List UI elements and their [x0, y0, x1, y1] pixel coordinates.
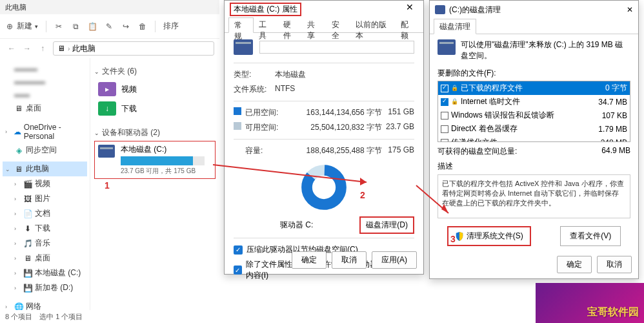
annotation-3: 3	[450, 234, 456, 244]
sort-button[interactable]: 排序	[163, 21, 179, 32]
dialog-title: (C:)的磁盘清理	[449, 5, 501, 16]
annotation-2: 2	[360, 190, 365, 200]
tree-onedrive[interactable]: ›☁OneDrive - Personal	[3, 121, 87, 143]
tab-sharing[interactable]: 共享	[302, 17, 326, 32]
tree-videos[interactable]: ›🎬视频	[3, 176, 87, 191]
checkbox-icon[interactable]	[441, 98, 448, 106]
used-gb: 151 GB	[382, 107, 414, 118]
total-value: 64.9 MB	[601, 146, 630, 157]
tab-quota[interactable]: 配额	[396, 17, 419, 32]
drive-icon: 💾	[23, 269, 32, 278]
music-icon: 🎵	[23, 239, 32, 248]
navigation-tree: ▬▬▬ ▬▬▬▬ ▬▬ 🖥桌面 ›☁OneDrive - Personal ◈同…	[0, 58, 90, 310]
type-label: 类型:	[234, 69, 275, 80]
drive-c-item[interactable]: 本地磁盘 (C:) 23.7 GB 可用，共 175 GB	[94, 141, 216, 179]
new-button[interactable]: ⊕ 新建 ▾	[5, 21, 38, 32]
copy-icon[interactable]: ⧉	[71, 22, 80, 31]
checkbox-icon[interactable]	[441, 112, 448, 120]
list-item[interactable]: 🔒已下载的程序文件0 字节	[438, 81, 630, 95]
free-gb: 23.7 GB	[382, 122, 414, 133]
cancel-button[interactable]: 取消	[597, 256, 632, 273]
tab-strip: 常规 工具 硬件 共享 安全 以前的版本 配额	[225, 17, 423, 33]
tree-pictures[interactable]: ›🖼图片	[3, 191, 87, 206]
tree-desktop2[interactable]: ›🖥桌面	[3, 251, 87, 266]
view-files-button[interactable]: 查看文件(V)	[560, 226, 621, 246]
tree-sync[interactable]: ◈同步空间	[3, 143, 87, 158]
tab-security[interactable]: 安全	[327, 17, 350, 32]
tree-item[interactable]: ▬▬▬▬	[3, 75, 87, 88]
fs-value: NTFS	[275, 84, 414, 95]
item-name: Windows 错误报告和反馈诊断	[451, 110, 586, 121]
cut-icon[interactable]: ✂	[54, 22, 63, 31]
ok-button[interactable]: 确定	[292, 251, 327, 269]
forward-icon[interactable]: →	[21, 42, 34, 55]
sync-icon: ◈	[14, 146, 23, 155]
address-bar[interactable]: 🖥 › 此电脑	[53, 41, 214, 56]
file-explorer: 此电脑 ⊕ 新建 ▾ ✂ ⧉ 📋 ✎ ↪ 🗑 排序 ← → ↑ 🖥 › 此电脑	[0, 0, 219, 323]
rename-icon[interactable]: ✎	[105, 22, 114, 31]
info-text: 可以使用"磁盘清理"来释放 (C:) 上的 319 MB 磁盘空间。	[461, 39, 630, 61]
tree-music[interactable]: ›🎵音乐	[3, 236, 87, 251]
tab-general[interactable]: 常规	[228, 17, 254, 33]
download-folder-icon: ↓	[98, 101, 116, 116]
group-drives[interactable]: ⌄设备和驱动器 (2)	[94, 127, 216, 138]
tab-tools[interactable]: 工具	[254, 17, 277, 32]
free-bytes: 25,504,120,832 字节	[281, 122, 382, 133]
paste-icon[interactable]: 📋	[88, 22, 97, 31]
close-icon[interactable]: ✕	[400, 2, 419, 12]
delete-icon[interactable]: 🗑	[138, 22, 147, 31]
cancel-button[interactable]: 取消	[332, 251, 367, 269]
files-label: 要删除的文件(F):	[438, 68, 630, 79]
list-item[interactable]: Windows 错误报告和反馈诊断107 KB	[438, 109, 630, 122]
tree-network[interactable]: ›🌐网络	[3, 299, 87, 310]
lock-icon: 🔒	[451, 85, 458, 92]
apply-button[interactable]: 应用(A)	[372, 251, 417, 269]
tree-drive-c[interactable]: ›💾本地磁盘 (C:)	[3, 266, 87, 280]
tree-drive-d[interactable]: ›💾新加卷 (D:)	[3, 280, 87, 295]
total-label: 可获得的磁盘空间总量:	[438, 146, 517, 157]
cap-gb: 175 GB	[382, 145, 414, 156]
up-icon[interactable]: ↑	[36, 42, 49, 55]
disk-cleanup-button[interactable]: 磁盘清理(D)	[359, 216, 414, 234]
tab-cleanup[interactable]: 磁盘清理	[434, 19, 476, 34]
cap-label: 容量:	[245, 145, 281, 156]
address-bar-row: ← → ↑ 🖥 › 此电脑	[0, 39, 219, 58]
explorer-toolbar: ⊕ 新建 ▾ ✂ ⧉ 📋 ✎ ↪ 🗑 排序	[0, 14, 219, 39]
used-bytes: 163,144,134,656 字节	[281, 107, 382, 118]
checkbox-icon: ✓	[234, 266, 242, 275]
breadcrumb[interactable]: 此电脑	[72, 43, 96, 54]
desktop-icon: 🖥	[14, 104, 23, 113]
share-icon[interactable]: ↪	[121, 22, 130, 31]
tree-item[interactable]: ▬▬▬	[3, 62, 87, 75]
tree-downloads[interactable]: ›⬇下载	[3, 221, 87, 236]
checkbox-icon[interactable]	[441, 125, 448, 133]
ok-button[interactable]: 确定	[557, 256, 592, 273]
drive-icon	[435, 5, 445, 14]
list-item[interactable]: 传递优化文件248 MB	[438, 136, 630, 142]
tree-desktop[interactable]: 🖥桌面	[3, 101, 87, 116]
list-item[interactable]: 🔒Internet 临时文件34.7 MB	[438, 95, 630, 109]
folder-videos[interactable]: ▸ 视频	[94, 79, 216, 99]
checkbox-icon[interactable]	[441, 85, 448, 92]
clean-system-files-button[interactable]: 清理系统文件(S)	[447, 226, 531, 246]
tree-thispc[interactable]: ⌄🖥此电脑	[3, 162, 87, 176]
drive-name-input[interactable]	[259, 41, 414, 54]
checkbox-icon[interactable]	[441, 139, 448, 143]
properties-dialog: 本地磁盘 (C:) 属性 ✕ 常规 工具 硬件 共享 安全 以前的版本 配额 类…	[224, 0, 424, 275]
tree-docs[interactable]: ›📄文档	[3, 206, 87, 221]
video-folder-icon: ▸	[98, 82, 116, 96]
tree-item[interactable]: ▬▬	[3, 88, 87, 101]
tab-prev[interactable]: 以前的版本	[350, 17, 396, 32]
video-icon: 🎬	[23, 180, 32, 189]
drive-icon: 💾	[23, 284, 32, 293]
back-icon[interactable]: ←	[5, 42, 18, 55]
folder-downloads[interactable]: ↓ 下载	[94, 99, 216, 118]
close-icon[interactable]: ✕	[627, 5, 633, 14]
cap-bytes: 188,648,255,488 字节	[281, 145, 382, 156]
list-item[interactable]: DirectX 着色器缓存1.79 MB	[438, 122, 630, 136]
file-list[interactable]: 🔒已下载的程序文件0 字节🔒Internet 临时文件34.7 MBWindow…	[438, 81, 630, 142]
drive-subtext: 23.7 GB 可用，共 175 GB	[121, 167, 205, 176]
group-folders[interactable]: ⌄文件夹 (6)	[94, 66, 216, 77]
content-pane: ⌄文件夹 (6) ▸ 视频 ↓ 下载 ⌄设备和驱动器 (2) 本地磁盘 (C:)…	[90, 58, 219, 310]
tab-hardware[interactable]: 硬件	[278, 17, 302, 32]
